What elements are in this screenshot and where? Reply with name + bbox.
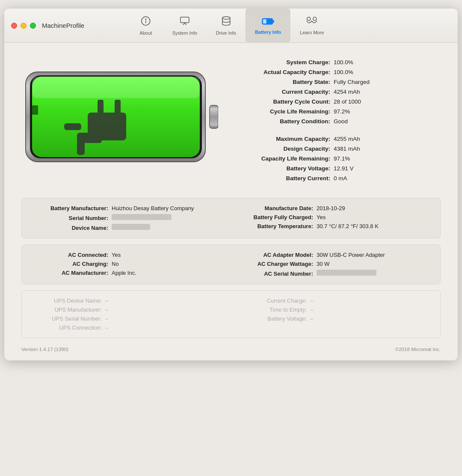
ups-serial-number-value: – (105, 315, 108, 322)
titlebar: MachineProfile About (4, 9, 458, 43)
grid-row-ups-battery-voltage: Battery Voltage: – (235, 315, 432, 322)
battery-voltage-value: 12.91 V (334, 165, 354, 172)
cycle-life-remaining-value: 97.2% (334, 108, 350, 115)
capacity-life-remaining-label: Capacity Life Remaining: (235, 155, 334, 162)
info-row-battery-voltage: Battery Voltage: 12.91 V (235, 165, 441, 172)
ac-charging-label: AC Charging: (30, 261, 112, 267)
ups-manufacturer-label: UPS Manufacturer: (30, 306, 105, 313)
battery-current-value: 0 mA (334, 175, 347, 181)
battery-fully-charged-value: Yes (317, 214, 326, 220)
current-charge-label: Current Charge: (235, 298, 310, 304)
ups-info-right: Current Charge: – Time to Empty: – Batte… (235, 298, 432, 331)
ac-manufacturer-label: AC Manufacturer: (30, 270, 112, 276)
tab-battery-info[interactable]: Battery Info (246, 9, 290, 42)
device-info-right: Manufacture Date: 2018-10-29 Battery Ful… (235, 205, 432, 231)
ac-connected-label: AC Connected: (30, 252, 112, 258)
about-icon (141, 16, 151, 29)
ac-adapter-model-value: 30W USB-C Power Adapter (317, 252, 385, 258)
battery-current-label: Battery Current: (235, 175, 334, 181)
version-label: Version 1.4.17 (1390) (21, 347, 68, 352)
grid-row-manufacture-date: Manufacture Date: 2018-10-29 (235, 205, 432, 211)
info-row-battery-state: Battery State: Fully Charged (235, 79, 441, 85)
current-charge-value: – (310, 298, 313, 304)
ac-info-grid: AC Connected: Yes AC Charging: No AC Man… (30, 252, 432, 277)
minimize-button[interactable] (21, 23, 27, 29)
ac-panel: AC Connected: Yes AC Charging: No AC Man… (21, 244, 441, 284)
device-name-label: Device Name: (30, 225, 112, 231)
battery-cycle-count-label: Battery Cycle Count: (235, 98, 334, 105)
ac-info-left: AC Connected: Yes AC Charging: No AC Man… (30, 252, 227, 277)
grid-row-device-name: Device Name: (30, 224, 227, 231)
battery-state-value: Fully Charged (334, 79, 370, 85)
zoom-button[interactable] (30, 23, 36, 29)
info-row-current-capacity: Current Capacity: 4254 mAh (235, 89, 441, 95)
grid-row-ups-serial-number: UPS Serial Number: – (30, 315, 227, 322)
svg-point-2 (145, 19, 146, 20)
grid-row-ups-device-name: UPS Device Name: – (30, 298, 227, 304)
tab-learn-more-label: Learn More (300, 30, 324, 35)
serial-number-label: Serial Number: (30, 215, 112, 221)
ups-connection-label: UPS Connection: (30, 324, 105, 331)
battery-cycle-count-value: 28 of 1000 (334, 98, 361, 105)
ac-manufacturer-value: Apple Inc. (112, 270, 136, 276)
battery-graphic (21, 68, 218, 170)
battery-manufacturer-label: Battery Manufacturer: (30, 205, 112, 211)
grid-row-ups-manufacturer: UPS Manufacturer: – (30, 306, 227, 313)
ac-serial-number-value (317, 270, 376, 276)
battery-condition-value: Good (334, 118, 348, 125)
footer: Version 1.4.17 (1390) ©2018 Micromat Inc… (21, 344, 441, 352)
system-charge-label: System Charge: (235, 59, 334, 65)
tab-drive-info[interactable]: Drive Info (207, 9, 246, 42)
info-row-battery-current: Battery Current: 0 mA (235, 175, 441, 181)
ups-serial-number-label: UPS Serial Number: (30, 315, 105, 322)
device-info-grid: Battery Manufacturer: Huizhou Desay Batt… (30, 205, 432, 231)
battery-condition-label: Battery Condition: (235, 118, 334, 125)
current-capacity-value: 4254 mAh (334, 89, 360, 95)
svg-rect-16 (210, 105, 218, 128)
grid-row-battery-temperature: Battery Temperature: 30.7 °C/ 87.2 °F/ 3… (235, 223, 432, 229)
drive-info-icon (221, 16, 231, 29)
svg-rect-19 (115, 100, 121, 116)
battery-temperature-label: Battery Temperature: (235, 223, 317, 229)
ac-serial-number-label: AC Serial Number: (235, 271, 317, 277)
svg-rect-7 (263, 19, 266, 24)
ac-connected-value: Yes (112, 252, 121, 258)
capacity-life-remaining-value: 97.1% (334, 155, 350, 162)
battery-voltage-label: Battery Voltage: (235, 165, 334, 172)
svg-point-4 (222, 17, 230, 19)
tab-learn-more[interactable]: Learn More (290, 9, 333, 42)
grid-row-ac-adapter-model: AC Adapter Model: 30W USB-C Power Adapte… (235, 252, 432, 258)
actual-capacity-charge-label: Actual Capacity Charge: (235, 69, 334, 75)
close-button[interactable] (11, 23, 17, 29)
learn-more-icon (306, 16, 317, 28)
battery-temperature-value: 30.7 °C/ 87.2 °F/ 303.8 K (317, 223, 379, 229)
tab-system-info[interactable]: System Info (163, 9, 207, 42)
svg-point-9 (313, 17, 317, 21)
app-title: MachineProfile (42, 22, 84, 29)
tab-about-label: About (139, 30, 152, 36)
grid-row-fully-charged: Battery Fully Charged: Yes (235, 214, 432, 220)
tab-bar: About System Info (129, 9, 334, 42)
design-capacity-value: 4381 mAh (334, 146, 360, 152)
ups-device-name-label: UPS Device Name: (30, 298, 105, 304)
ac-info-right: AC Adapter Model: 30W USB-C Power Adapte… (235, 252, 432, 277)
system-info-icon (180, 16, 190, 29)
info-row-cycle-life: Cycle Life Remaining: 97.2% (235, 108, 441, 115)
svg-rect-14 (32, 77, 200, 98)
info-panel: System Charge: 100.0% Actual Capacity Ch… (235, 55, 441, 185)
design-capacity-label: Design Capacity: (235, 146, 334, 152)
info-row-system-charge: System Charge: 100.0% (235, 59, 441, 65)
serial-number-value (112, 214, 172, 220)
ac-adapter-model-label: AC Adapter Model: (235, 252, 317, 258)
app-window: MachineProfile About (4, 9, 458, 360)
ups-battery-voltage-label: Battery Voltage: (235, 315, 310, 322)
battery-manufacturer-value: Huizhou Desay Battery Company (112, 205, 194, 211)
current-capacity-label: Current Capacity: (235, 89, 334, 95)
maximum-capacity-label: Maximum Capacity: (235, 136, 334, 142)
ups-device-name-value: – (105, 298, 108, 304)
grid-row-ac-connected: AC Connected: Yes (30, 252, 227, 258)
tab-about[interactable]: About (129, 9, 163, 42)
traffic-lights (11, 23, 36, 29)
ups-info-left: UPS Device Name: – UPS Manufacturer: – U… (30, 298, 227, 331)
tab-drive-info-label: Drive Info (216, 30, 236, 36)
